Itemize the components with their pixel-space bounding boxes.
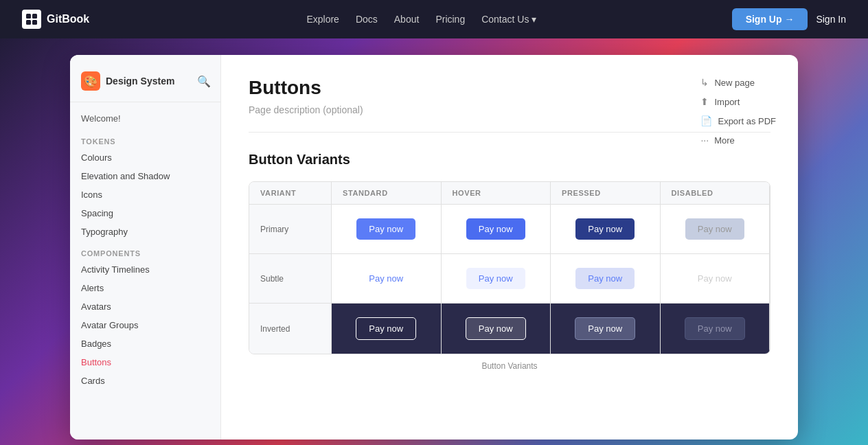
sidebar-item-welcome[interactable]: Welcome! — [70, 108, 220, 129]
import-action[interactable]: ⬆ Import — [695, 93, 745, 110]
more-action[interactable]: ··· More — [695, 132, 740, 148]
col-disabled: DISABLED — [661, 182, 770, 204]
subtle-label: Subtle — [249, 254, 332, 303]
table-row-subtle: Subtle Pay now Pay now Pay now Pay now — [249, 253, 770, 303]
sidebar-item-badges[interactable]: Badges — [70, 334, 220, 353]
button-variants-table: VARIANT STANDARD HOVER PRESSED DISABLED … — [249, 181, 770, 354]
svg-rect-3 — [32, 20, 37, 25]
more-icon: ··· — [700, 135, 709, 146]
nav-pricing[interactable]: Pricing — [435, 14, 465, 25]
inverted-standard-cell: Pay now — [332, 304, 442, 354]
sidebar-item-avatar-groups[interactable]: Avatar Groups — [70, 316, 220, 334]
inverted-pressed-cell: Pay now — [551, 304, 661, 354]
table-caption: Button Variants — [249, 361, 770, 371]
col-standard: STANDARD — [332, 182, 442, 204]
navbar-actions: Sign Up → Sign In — [732, 8, 846, 30]
sidebar-emoji: 🎨 — [81, 71, 100, 91]
import-icon: ⬆ — [700, 96, 709, 107]
primary-label: Primary — [249, 205, 332, 253]
subtle-pressed-btn[interactable]: Pay now — [575, 268, 635, 289]
nav-about[interactable]: About — [394, 14, 420, 25]
sidebar-item-cards[interactable]: Cards — [70, 372, 220, 390]
sidebar-header: 🎨 Design System 🔍 — [70, 66, 220, 102]
table-header: VARIANT STANDARD HOVER PRESSED DISABLED — [249, 182, 770, 204]
new-page-icon: ↳ — [700, 77, 709, 88]
sidebar-item-spacing[interactable]: Spacing — [70, 204, 220, 223]
inverted-hover-cell: Pay now — [442, 304, 551, 354]
sidebar-item-colours[interactable]: Colours — [70, 148, 220, 167]
primary-standard-btn[interactable]: Pay now — [356, 218, 415, 240]
primary-standard-cell: Pay now — [332, 205, 442, 253]
page-description: Page description (optional) — [249, 104, 770, 115]
main-area: 🎨 Design System 🔍 Welcome! TOKENS Colour… — [0, 38, 868, 445]
nav-explore[interactable]: Explore — [306, 14, 339, 25]
export-pdf-label: Export as PDF — [718, 116, 776, 126]
primary-disabled-btn: Pay now — [685, 218, 744, 240]
import-label: Import — [714, 97, 740, 107]
primary-hover-cell: Pay now — [442, 205, 551, 253]
nav-docs[interactable]: Docs — [356, 14, 378, 25]
sidebar-item-icons[interactable]: Icons — [70, 185, 220, 204]
inverted-disabled-btn: Pay now — [685, 317, 745, 340]
svg-rect-0 — [26, 14, 31, 19]
svg-rect-2 — [26, 20, 31, 25]
navbar-links: Explore Docs About Pricing Contact Us ▾ — [111, 14, 731, 25]
inverted-pressed-btn[interactable]: Pay now — [575, 317, 635, 340]
logo-icon — [22, 10, 41, 29]
sidebar-title: Design System — [106, 76, 192, 87]
export-pdf-action[interactable]: 📄 Export as PDF — [695, 113, 781, 129]
col-pressed: PRESSED — [551, 182, 661, 204]
subtle-pressed-cell: Pay now — [551, 254, 661, 303]
sidebar-item-typography[interactable]: Typography — [70, 223, 220, 241]
logo[interactable]: GitBook — [22, 10, 89, 29]
components-section-label: COMPONENTS — [70, 241, 220, 260]
page-title: Buttons — [249, 77, 770, 99]
primary-pressed-cell: Pay now — [551, 205, 661, 253]
primary-disabled-cell: Pay now — [661, 205, 770, 253]
new-page-label: New page — [714, 78, 755, 88]
subtle-disabled-btn: Pay now — [685, 268, 744, 289]
sidebar-item-elevation[interactable]: Elevation and Shadow — [70, 167, 220, 185]
sidebar-item-alerts[interactable]: Alerts — [70, 279, 220, 297]
subtle-standard-btn[interactable]: Pay now — [356, 268, 415, 289]
top-actions: ↳ New page ⬆ Import 📄 Export as PDF ··· … — [695, 74, 781, 148]
sidebar-item-activity-timelines[interactable]: Activity Timelines — [70, 260, 220, 279]
doc-card: 🎨 Design System 🔍 Welcome! TOKENS Colour… — [70, 55, 798, 440]
subtle-hover-cell: Pay now — [442, 254, 551, 303]
content-area: ↳ New page ⬆ Import 📄 Export as PDF ··· … — [221, 55, 798, 440]
subtle-standard-cell: Pay now — [332, 254, 442, 303]
primary-hover-btn[interactable]: Pay now — [466, 218, 525, 240]
tokens-section-label: TOKENS — [70, 129, 220, 148]
subtle-hover-btn[interactable]: Pay now — [466, 268, 525, 289]
nav-contact[interactable]: Contact Us ▾ — [481, 14, 536, 25]
inverted-label: Inverted — [249, 304, 332, 354]
col-hover: HOVER — [442, 182, 551, 204]
logo-text: GitBook — [47, 13, 89, 25]
sidebar-item-avatars[interactable]: Avatars — [70, 297, 220, 316]
sidebar: 🎨 Design System 🔍 Welcome! TOKENS Colour… — [70, 55, 221, 440]
more-label: More — [714, 135, 735, 146]
export-pdf-icon: 📄 — [700, 115, 712, 126]
inverted-hover-btn[interactable]: Pay now — [466, 317, 526, 340]
signin-button[interactable]: Sign In — [816, 14, 846, 25]
section-title: Button Variants — [249, 152, 770, 168]
navbar: GitBook Explore Docs About Pricing Conta… — [0, 0, 868, 38]
subtle-disabled-cell: Pay now — [661, 254, 770, 303]
inverted-disabled-cell: Pay now — [661, 304, 770, 354]
signup-button[interactable]: Sign Up → — [732, 8, 808, 30]
table-row-inverted: Inverted Pay now Pay now Pay now Pay now — [249, 303, 770, 354]
col-variant: VARIANT — [249, 182, 332, 204]
inverted-standard-btn[interactable]: Pay now — [356, 317, 416, 340]
sidebar-item-buttons[interactable]: Buttons — [70, 353, 220, 372]
divider — [249, 132, 770, 133]
primary-pressed-btn[interactable]: Pay now — [575, 218, 635, 240]
svg-rect-1 — [32, 14, 37, 19]
table-row-primary: Primary Pay now Pay now Pay now Pay now — [249, 204, 770, 253]
search-icon[interactable]: 🔍 — [197, 75, 209, 87]
new-page-action[interactable]: ↳ New page — [695, 74, 760, 91]
